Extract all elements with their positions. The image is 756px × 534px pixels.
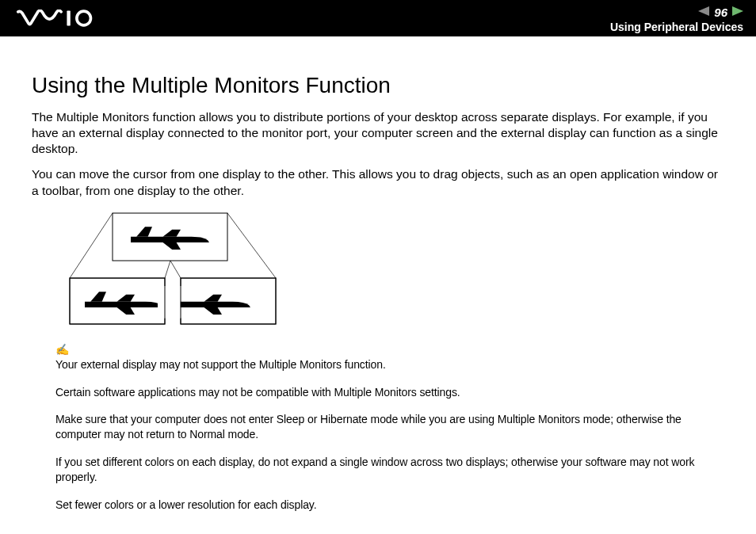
- body-paragraph: The Multiple Monitors function allows yo…: [32, 109, 726, 157]
- svg-line-8: [165, 261, 170, 278]
- multi-monitor-diagram: [55, 212, 726, 330]
- svg-point-1: [77, 11, 91, 25]
- next-page-arrow[interactable]: [732, 5, 743, 19]
- svg-marker-3: [732, 6, 743, 16]
- page-header: 96 Using Peripheral Devices: [0, 0, 756, 36]
- body-paragraph: You can move the cursor from one display…: [32, 166, 726, 198]
- page-content: Using the Multiple Monitors Function The…: [0, 36, 756, 513]
- page-title: Using the Multiple Monitors Function: [32, 73, 726, 98]
- note-text: Make sure that your computer does not en…: [55, 412, 726, 442]
- section-label: Using Peripheral Devices: [610, 21, 743, 33]
- note-text: Certain software applications may not be…: [55, 385, 726, 400]
- svg-rect-12: [158, 286, 181, 318]
- page-nav: 96: [610, 5, 743, 19]
- note-text: Set fewer colors or a lower resolution f…: [55, 498, 726, 513]
- page-number: 96: [714, 6, 727, 19]
- svg-marker-2: [698, 6, 709, 16]
- svg-rect-0: [67, 10, 70, 25]
- svg-line-7: [70, 213, 113, 278]
- note-text: Your external display may not support th…: [55, 357, 726, 372]
- svg-rect-5: [70, 278, 165, 324]
- vaio-logo: [16, 10, 111, 27]
- prev-page-arrow[interactable]: [698, 5, 709, 19]
- svg-line-10: [227, 213, 276, 278]
- svg-line-9: [170, 261, 181, 278]
- note-icon: ✍: [55, 343, 726, 356]
- note-text: If you set different colors on each disp…: [55, 455, 726, 485]
- header-right: 96 Using Peripheral Devices: [610, 3, 743, 33]
- notes-block: Your external display may not support th…: [55, 357, 726, 513]
